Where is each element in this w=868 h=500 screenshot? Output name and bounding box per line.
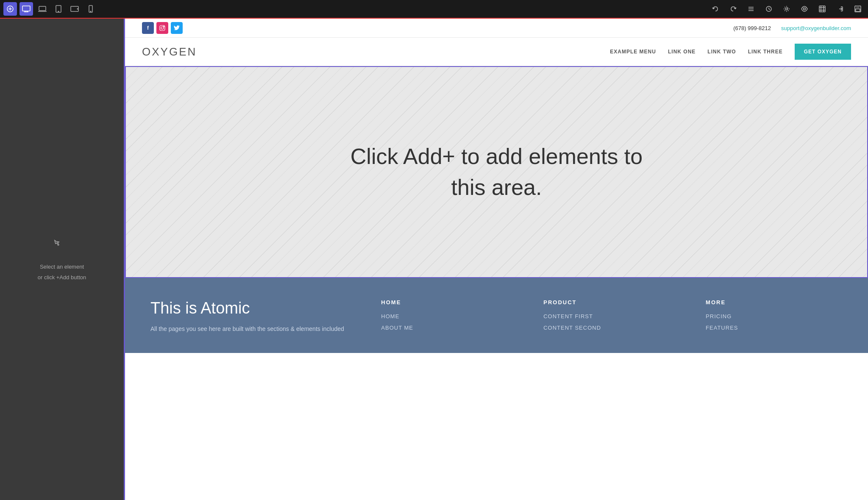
structure-button[interactable] [744,2,758,16]
laptop-view-button[interactable] [36,2,49,16]
footer-link-features[interactable]: FEATURES [706,325,843,331]
svg-line-20 [769,9,770,10]
facebook-icon[interactable]: f [142,22,154,34]
svg-rect-30 [856,6,860,8]
hero-section: Click Add+ to add elements to this area. [125,66,868,278]
element-hint: Select an element or click +Add button [38,238,86,281]
tablet-view-button[interactable] [52,2,65,16]
nav-link-one[interactable]: LINK ONE [668,49,696,55]
desktop-view-button[interactable] [19,2,33,16]
footer-link-content-second[interactable]: CONTENT SECOND [543,325,680,331]
svg-point-12 [77,8,78,9]
hint-line2: or click +Add button [38,274,86,281]
nav-cta-button[interactable]: GET OXYGEN [795,44,851,60]
nav-bar: OXYGEN EXAMPLE MENU LINK ONE LINK TWO LI… [125,38,868,66]
hero-line1: Click Add+ to add elements to [351,144,643,169]
footer-link-content-first[interactable]: CONTENT FIRST [543,313,680,319]
mobile-view-button[interactable] [84,2,97,16]
svg-rect-31 [856,9,860,11]
save-button[interactable] [851,2,865,16]
logout-button[interactable] [833,2,847,16]
svg-rect-27 [819,6,825,12]
svg-point-22 [804,8,806,10]
footer-link-home[interactable]: HOME [381,313,518,319]
settings-button[interactable] [780,2,793,16]
hint-line1: Select an element [40,264,84,270]
contact-info: (678) 999-8212 support@oxygenbuilder.com [733,25,851,31]
toolbar [0,0,868,19]
svg-point-35 [164,26,164,27]
footer-brand-description: All the pages you see here are built wit… [150,324,356,334]
footer-nav-product-heading: PRODUCT [543,299,680,306]
footer-brand: This is Atomic All the pages you see her… [150,299,356,336]
nav-link-two[interactable]: LINK TWO [707,49,736,55]
footer-nav-more-heading: MORE [706,299,843,306]
footer-link-about-me[interactable]: ABOUT ME [381,325,518,331]
cursor-icon [51,238,72,259]
main-layout: Select an element or click +Add button f… [0,19,868,500]
nav-link-three[interactable]: LINK THREE [748,49,783,55]
social-icons: f [142,22,183,34]
grid-button[interactable] [815,2,829,16]
left-panel: Select an element or click +Add button [0,19,125,500]
undo-button[interactable] [709,2,722,16]
toolbar-right-section [709,2,865,16]
svg-point-21 [786,8,788,10]
add-button[interactable] [3,2,17,16]
footer-nav-home: HOME HOME ABOUT ME [381,299,518,336]
preview-button[interactable] [798,2,811,16]
website-preview: f (678) 999-8212 support@oxygenbuilder.c… [125,19,868,500]
footer-section: This is Atomic All the pages you see her… [125,278,868,353]
hero-prompt-text: Click Add+ to add elements to this area. [351,141,643,203]
instagram-icon[interactable] [156,22,168,34]
svg-point-14 [90,11,91,12]
tablet-landscape-view-button[interactable] [68,2,81,16]
phone-number: (678) 999-8212 [733,25,771,31]
nav-link-example-menu[interactable]: EXAMPLE MENU [610,49,656,55]
redo-button[interactable] [726,2,740,16]
footer-nav-more: MORE PRICING FEATURES [706,299,843,336]
canvas-area: f (678) 999-8212 support@oxygenbuilder.c… [125,19,868,500]
footer-brand-title: This is Atomic [150,299,356,317]
footer-nav-product: PRODUCT CONTENT FIRST CONTENT SECOND [543,299,680,336]
svg-point-10 [58,11,59,12]
footer-link-pricing[interactable]: PRICING [706,313,843,319]
email-link[interactable]: support@oxygenbuilder.com [781,25,851,31]
svg-rect-7 [39,6,46,11]
svg-rect-3 [22,6,30,11]
svg-point-34 [161,27,164,29]
footer-nav-home-heading: HOME [381,299,518,306]
nav-logo: OXYGEN [142,45,197,58]
history-button[interactable] [762,2,776,16]
nav-links: EXAMPLE MENU LINK ONE LINK TWO LINK THRE… [610,44,851,60]
hero-line2: this area. [451,175,542,200]
top-bar: f (678) 999-8212 support@oxygenbuilder.c… [125,19,868,38]
twitter-icon[interactable] [171,22,183,34]
